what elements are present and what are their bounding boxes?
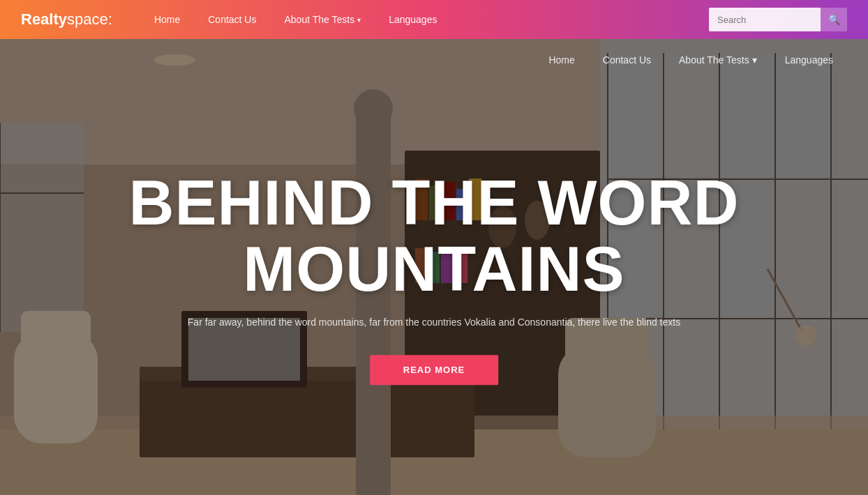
search-wrapper: 🔍 — [709, 8, 847, 31]
secondary-navbar: Home Contact Us About The Tests ▾ Langua… — [0, 39, 868, 81]
sec-nav-languages[interactable]: Languages — [785, 54, 833, 66]
nav-home[interactable]: Home — [154, 14, 180, 25]
hero-title: BEHIND THE WORD MOUNTAINS — [43, 170, 825, 302]
sec-nav-home[interactable]: Home — [548, 54, 574, 66]
nav-contact[interactable]: Contact Us — [208, 14, 256, 25]
hero-title-line2: MOUNTAINS — [243, 234, 624, 304]
top-nav-links: Home Contact Us About The Tests ▾ Langua… — [154, 14, 709, 25]
read-more-button[interactable]: READ MORE — [370, 356, 498, 386]
logo-bold: Realty — [21, 10, 67, 28]
search-button[interactable]: 🔍 — [821, 8, 847, 31]
search-input[interactable] — [709, 8, 821, 31]
nav-languages[interactable]: Languages — [389, 14, 437, 25]
hero-section: Home Contact Us About The Tests ▾ Langua… — [0, 39, 868, 495]
hero-title-line1: BEHIND THE WORD — [129, 168, 740, 238]
sec-nav-about-tests[interactable]: About The Tests ▾ — [679, 54, 757, 66]
top-navbar: Realtyspace: Home Contact Us About The T… — [0, 0, 868, 39]
logo-light: space: — [67, 10, 112, 28]
sec-chevron-down-icon: ▾ — [752, 54, 757, 66]
sec-nav-contact[interactable]: Contact Us — [603, 54, 651, 66]
hero-subtitle: Far far away, behind the word mountains,… — [43, 314, 825, 330]
chevron-down-icon: ▾ — [357, 16, 361, 24]
site-logo[interactable]: Realtyspace: — [21, 10, 112, 29]
nav-about-tests[interactable]: About The Tests ▾ — [284, 14, 361, 25]
hero-content: BEHIND THE WORD MOUNTAINS Far far away, … — [43, 170, 825, 385]
search-icon: 🔍 — [828, 14, 840, 25]
